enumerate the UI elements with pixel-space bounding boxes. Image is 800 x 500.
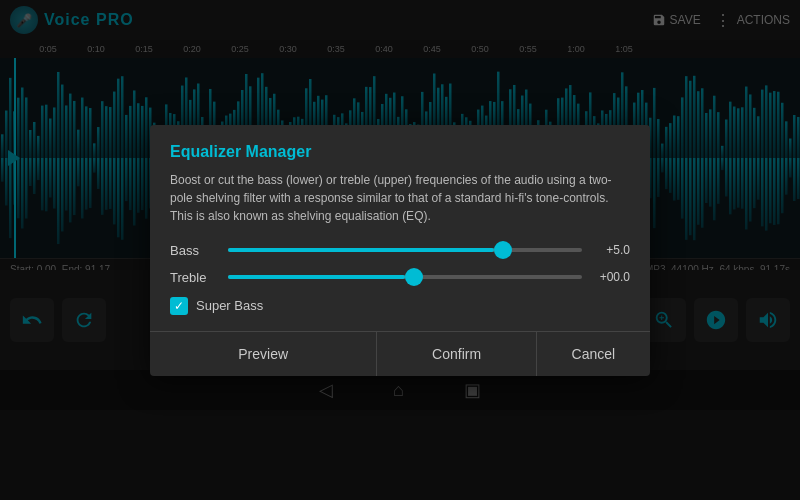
equalizer-dialog: Equalizer Manager Boost or cut the bass … [150, 125, 650, 376]
bass-label: Bass [170, 243, 218, 258]
treble-thumb[interactable] [405, 268, 423, 286]
treble-value: +00.0 [592, 270, 630, 284]
super-bass-label: Super Bass [196, 298, 263, 313]
bass-value: +5.0 [592, 243, 630, 257]
treble-slider-row: Treble +00.0 [170, 270, 630, 285]
treble-fill [228, 275, 405, 279]
bass-thumb[interactable] [494, 241, 512, 259]
dialog-description: Boost or cut the bass (lower) or treble … [170, 171, 630, 225]
confirm-button[interactable]: Confirm [377, 332, 536, 376]
super-bass-row: ✓ Super Bass [170, 297, 630, 315]
bass-slider-row: Bass +5.0 [170, 243, 630, 258]
treble-slider[interactable] [228, 275, 582, 279]
dialog-title: Equalizer Manager [170, 143, 630, 161]
bass-slider[interactable] [228, 248, 582, 252]
dialog-buttons: Preview Confirm Cancel [150, 331, 650, 376]
cancel-button[interactable]: Cancel [537, 332, 650, 376]
preview-button[interactable]: Preview [150, 332, 377, 376]
bass-fill [228, 248, 494, 252]
super-bass-checkbox[interactable]: ✓ [170, 297, 188, 315]
dialog-overlay: Equalizer Manager Boost or cut the bass … [0, 0, 800, 500]
treble-label: Treble [170, 270, 218, 285]
